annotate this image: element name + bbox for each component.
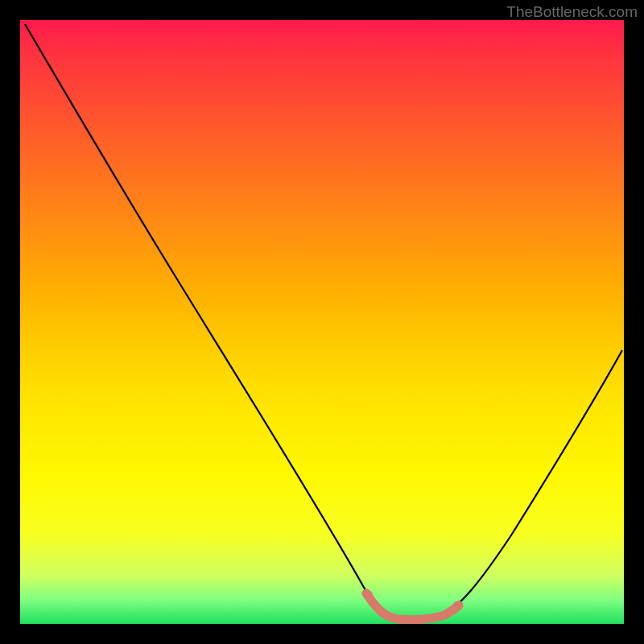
watermark-text: TheBottleneck.com bbox=[506, 3, 638, 21]
highlight-dot-left bbox=[363, 590, 373, 600]
highlight-dot-right bbox=[452, 601, 462, 611]
highlight-segment bbox=[366, 593, 459, 620]
chart-area bbox=[20, 20, 624, 624]
main-curve-path bbox=[25, 24, 622, 618]
curve-svg bbox=[20, 20, 624, 624]
